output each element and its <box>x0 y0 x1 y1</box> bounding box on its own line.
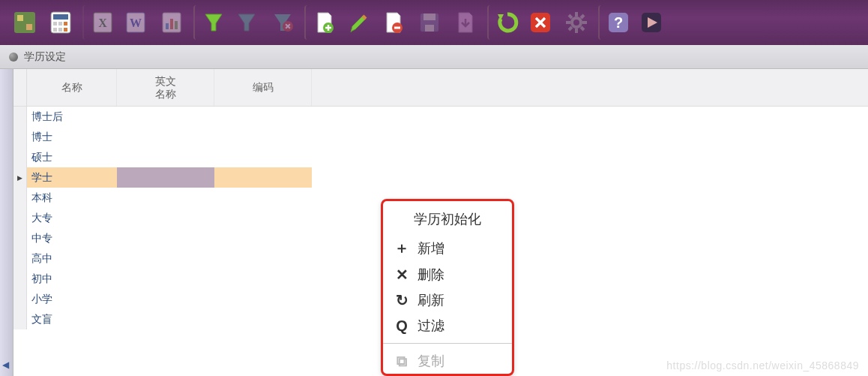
cell-eng[interactable] <box>117 208 214 228</box>
svg-text:?: ? <box>614 14 623 31</box>
cell-eng[interactable] <box>117 309 214 329</box>
ctx-item-过滤[interactable]: Q过滤 <box>383 313 512 338</box>
cell-name[interactable]: 中专 <box>27 228 117 248</box>
calc-button[interactable] <box>43 5 78 40</box>
cell-name[interactable]: 本科 <box>27 188 117 208</box>
doc-edit-button[interactable] <box>340 5 375 40</box>
refresh-icon: ↻ <box>394 291 410 309</box>
col-header-name[interactable]: 名称 <box>27 69 117 106</box>
cell-code[interactable] <box>214 289 312 309</box>
svg-rect-22 <box>394 27 400 29</box>
cell-code[interactable] <box>214 309 312 329</box>
row-indicator <box>13 309 27 329</box>
cell-name[interactable]: 初中 <box>27 269 117 289</box>
doc-delete-button[interactable] <box>376 5 411 40</box>
doc-add-button[interactable] <box>304 5 339 40</box>
svg-line-35 <box>569 27 572 30</box>
cell-eng[interactable] <box>117 228 214 248</box>
cell-code[interactable] <box>214 208 312 228</box>
cell-code[interactable] <box>214 167 312 188</box>
cell-name[interactable]: 文盲 <box>27 309 117 329</box>
cell-name[interactable]: 博士后 <box>27 107 117 127</box>
table-row[interactable]: 博士后 <box>13 107 868 127</box>
funnel-red-button[interactable] <box>265 5 300 40</box>
svg-rect-4 <box>53 14 68 20</box>
cell-eng[interactable] <box>117 167 214 188</box>
table-row[interactable]: 博士 <box>13 127 868 147</box>
cell-name[interactable]: 硕士 <box>27 147 117 167</box>
cell-eng[interactable] <box>117 269 214 289</box>
svg-rect-1 <box>17 15 23 21</box>
svg-rect-6 <box>58 22 62 26</box>
close-button[interactable] <box>523 5 558 40</box>
bullet-icon <box>9 53 18 62</box>
cell-code[interactable] <box>214 147 312 167</box>
cell-name[interactable]: 大专 <box>27 208 117 228</box>
row-indicator <box>13 188 27 208</box>
ctx-item-刷新[interactable]: ↻刷新 <box>383 287 512 313</box>
col-header-code[interactable]: 编码 <box>214 69 312 106</box>
table-row[interactable]: 硕士 <box>13 147 868 167</box>
cell-name[interactable]: 高中 <box>27 248 117 269</box>
svg-rect-9 <box>58 28 62 32</box>
chart-button[interactable] <box>154 5 189 40</box>
help-button[interactable]: ? <box>598 5 633 40</box>
svg-rect-10 <box>64 28 67 32</box>
svg-text:X: X <box>98 17 107 29</box>
save-button[interactable] <box>412 5 447 40</box>
row-indicator <box>13 167 27 188</box>
ctx-item-label: 删除 <box>418 266 444 284</box>
cell-eng[interactable] <box>117 188 214 208</box>
cell-code[interactable] <box>214 228 312 248</box>
row-indicator-header <box>13 69 27 106</box>
row-indicator <box>13 208 27 228</box>
cell-code[interactable] <box>214 188 312 208</box>
save-to-button[interactable] <box>448 5 483 40</box>
cell-name[interactable]: 小学 <box>27 289 117 309</box>
watermark: https://blog.csdn.net/weixin_45868849 <box>666 359 859 371</box>
svg-rect-25 <box>425 25 434 32</box>
context-menu-separator <box>383 343 512 344</box>
cell-code[interactable] <box>214 127 312 147</box>
cell-code[interactable] <box>214 248 312 269</box>
funnel-teal-button[interactable] <box>229 5 264 40</box>
svg-text:W: W <box>130 17 142 29</box>
cell-eng[interactable] <box>117 107 214 127</box>
cell-name[interactable]: 学士 <box>27 167 117 188</box>
word-button[interactable]: W <box>118 5 153 40</box>
table-row[interactable]: 学士 <box>13 167 868 188</box>
cell-eng[interactable] <box>117 289 214 309</box>
excel-button[interactable]: X <box>82 5 117 40</box>
cell-eng[interactable] <box>117 248 214 269</box>
cell-code[interactable] <box>214 269 312 289</box>
left-rail[interactable]: ◀ <box>0 69 13 376</box>
row-indicator <box>13 248 27 269</box>
cell-eng[interactable] <box>117 127 214 147</box>
collapse-arrow-icon[interactable]: ◀ <box>2 359 9 370</box>
cell-name[interactable]: 博士 <box>27 127 117 147</box>
ctx-item-copy: ⧉ 复制 <box>383 348 512 374</box>
play-button[interactable] <box>634 5 669 40</box>
row-indicator <box>13 269 27 289</box>
svg-line-33 <box>581 27 584 30</box>
svg-line-32 <box>569 15 572 18</box>
row-indicator <box>13 147 27 167</box>
svg-point-27 <box>572 18 581 27</box>
ctx-item-删除[interactable]: ✕删除 <box>383 262 512 287</box>
row-indicator <box>13 107 27 127</box>
row-indicator <box>13 127 27 147</box>
cell-eng[interactable] <box>117 147 214 167</box>
context-menu: 学历初始化 ＋新增✕删除↻刷新Q过滤 ⧉ 复制 <box>381 199 514 376</box>
cell-code[interactable] <box>214 107 312 127</box>
ctx-item-label: 复制 <box>418 352 444 370</box>
col-header-eng[interactable]: 英文 名称 <box>117 69 214 106</box>
svg-rect-17 <box>170 19 173 29</box>
refresh-button[interactable] <box>487 5 522 40</box>
plus-icon: ＋ <box>394 238 410 258</box>
ctx-item-label: 刷新 <box>418 291 444 309</box>
funnel-green-button[interactable] <box>193 5 228 40</box>
svg-rect-2 <box>26 24 32 30</box>
pin-button[interactable] <box>7 5 42 40</box>
ctx-item-新增[interactable]: ＋新增 <box>383 234 512 262</box>
gear-button[interactable] <box>559 5 594 40</box>
